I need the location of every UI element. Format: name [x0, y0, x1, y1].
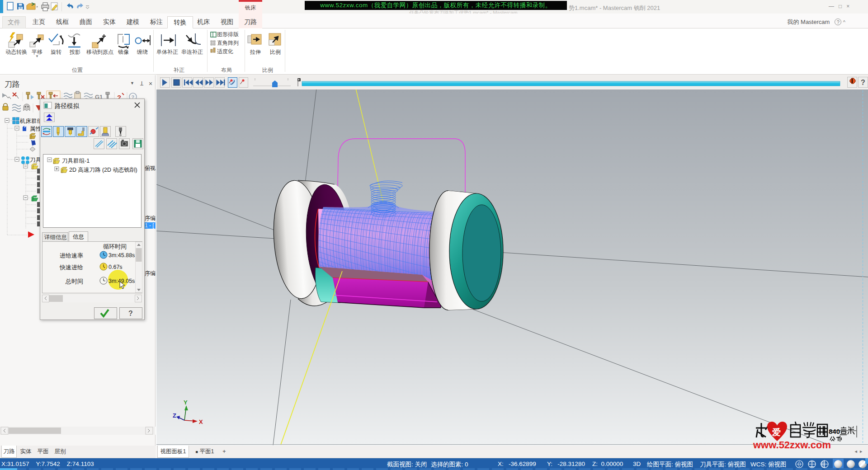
svg-text:2D 高速刀路 (2D 动态铣削): 2D 高速刀路 (2D 动态铣削) — [69, 167, 137, 173]
svg-text:1 - [: 1 - [ — [145, 222, 154, 229]
svg-text:?: ? — [128, 310, 133, 317]
svg-text:刀具群组-1: 刀具群组-1 — [62, 158, 90, 164]
svg-text:俯视: 俯视 — [145, 165, 156, 171]
svg-text:进给速率: 进给速率 — [60, 252, 83, 259]
svg-text:序编: 序编 — [145, 215, 156, 221]
svg-text:爱: 爱 — [772, 428, 781, 437]
svg-text:X: X — [199, 418, 203, 425]
svg-text:快速进给: 快速进给 — [59, 264, 83, 271]
svg-text:Y: Y — [184, 399, 188, 406]
svg-text:循环时间: 循环时间 — [103, 243, 127, 250]
svg-text:信息: 信息 — [72, 234, 84, 240]
svg-text:总时间: 总时间 — [65, 278, 83, 285]
svg-text:0.67s: 0.67s — [108, 264, 123, 270]
svg-text:3m:45.88s: 3m:45.88s — [108, 252, 135, 258]
svg-text:Z: Z — [173, 412, 176, 419]
svg-text:840: 840 — [829, 428, 840, 435]
svg-text:详细信息: 详细信息 — [44, 234, 67, 240]
svg-text:序编: 序编 — [145, 270, 156, 277]
svg-text:?: ? — [861, 79, 865, 86]
svg-text:路径模拟: 路径模拟 — [55, 103, 80, 109]
svg-text:机床群组: 机床群组 — [19, 118, 43, 124]
